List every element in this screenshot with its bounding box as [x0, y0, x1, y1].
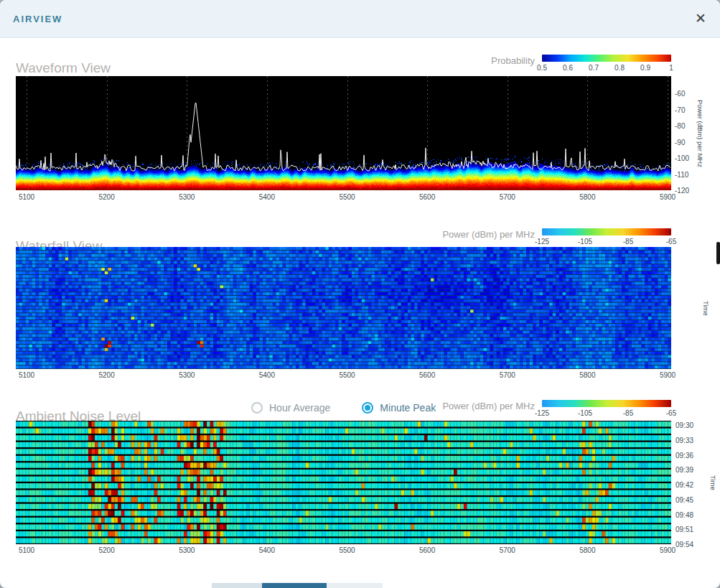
axis-tick: 0.9	[640, 64, 650, 72]
close-icon[interactable]: ✕	[690, 8, 711, 29]
waveform-y-axis: -60-70-80-90-100-110-120	[673, 76, 698, 190]
axis-tick: -70	[675, 106, 685, 113]
radio-hour-average[interactable]: Hour Average	[251, 402, 330, 414]
axis-tick: 5300	[179, 371, 195, 379]
bottom-fragment-left	[212, 583, 262, 588]
axis-tick: -105	[578, 409, 592, 417]
axis-tick: -105	[578, 238, 592, 246]
radio-hour-average-label: Hour Average	[269, 402, 330, 414]
axis-tick: 5700	[500, 371, 515, 379]
axis-tick: -80	[675, 122, 685, 130]
axis-tick: -110	[675, 170, 688, 178]
probability-legend-label: Probability	[391, 55, 535, 66]
probability-gradient-bar	[542, 55, 671, 62]
axis-tick: 5400	[259, 371, 275, 379]
axis-tick: 5100	[19, 546, 34, 554]
axis-tick: 5200	[99, 193, 115, 201]
probability-legend-ticks: 0.50.60.70.80.91	[542, 64, 671, 73]
ambient-noise-heatmap	[16, 421, 671, 544]
radio-selected-icon	[362, 402, 373, 414]
dialog-header: AIRVIEW ✕	[0, 0, 720, 38]
axis-tick: 5400	[259, 193, 275, 201]
axis-tick: 5800	[579, 193, 595, 201]
ambient-x-axis: 510052005300540055005600570058005900	[16, 546, 671, 556]
axis-tick: 5100	[19, 371, 34, 379]
waterfall-heatmap	[16, 247, 671, 369]
axis-tick: -85	[623, 409, 633, 417]
ambient-y-axis-label: Time	[708, 421, 718, 544]
axis-tick: 5200	[99, 371, 115, 379]
axis-tick: -90	[675, 138, 685, 146]
bottom-tab-indicator	[212, 583, 383, 588]
axis-tick: 5500	[339, 546, 355, 554]
axis-tick: -125	[535, 409, 549, 417]
axis-tick: 5500	[339, 371, 355, 379]
ambient-power-legend-label: Power (dBm) per MHz	[391, 401, 535, 411]
axis-tick: 1	[669, 64, 673, 72]
waveform-y-axis-label: Power (dBm) per MHz	[695, 76, 705, 190]
waterfall-y-axis-label: Time	[701, 247, 711, 369]
axis-tick: 09:42	[675, 481, 693, 489]
power-legend-label: Power (dBm) per MHz	[391, 229, 535, 240]
axis-tick: 09:54	[675, 541, 693, 549]
axis-tick: 5900	[660, 193, 675, 201]
axis-tick: 5300	[179, 193, 195, 201]
axis-tick: 0.5	[537, 64, 547, 72]
axis-tick: 5300	[179, 546, 195, 554]
ambient-time-axis: 09:3009:3309:3609:3909:4209:4509:4809:51…	[675, 421, 701, 544]
axis-tick: 09:45	[675, 495, 693, 503]
axis-tick: 09:30	[675, 421, 693, 429]
axis-tick: 5600	[419, 546, 435, 554]
dialog-title: AIRVIEW	[13, 14, 62, 24]
axis-tick: -100	[675, 154, 689, 162]
ambient-power-gradient-bar	[542, 400, 671, 407]
axis-tick: 5200	[99, 546, 115, 554]
axis-tick: 5900	[660, 546, 675, 554]
waveform-title: Waveform View	[16, 60, 111, 76]
axis-tick: -65	[666, 238, 676, 246]
axis-tick: -65	[666, 409, 676, 417]
axis-tick: 09:33	[675, 436, 693, 444]
axis-tick: 0.8	[614, 64, 625, 72]
axis-tick: 5800	[579, 371, 595, 379]
axis-tick: 5500	[339, 193, 355, 201]
axis-tick: 0.7	[589, 64, 599, 72]
axis-tick: 09:39	[675, 466, 693, 474]
axis-tick: -60	[675, 90, 685, 98]
axis-tick: 09:51	[675, 526, 693, 533]
bottom-fragment-active	[262, 583, 327, 588]
axis-tick: 5600	[419, 371, 435, 379]
axis-tick: 09:48	[675, 510, 693, 518]
axis-tick: 5800	[579, 546, 595, 554]
axis-tick: 5100	[19, 193, 34, 201]
axis-tick: 09:36	[675, 451, 693, 459]
waterfall-x-axis: 510052005300540055005600570058005900	[16, 371, 671, 381]
axis-tick: 5700	[500, 546, 515, 554]
scrollbar-thumb[interactable]	[716, 242, 720, 264]
axis-tick: 5400	[259, 546, 275, 554]
axis-tick: -85	[623, 238, 633, 246]
axis-tick: 5600	[419, 193, 435, 201]
axis-tick: 5700	[500, 193, 515, 201]
axis-tick: -120	[675, 187, 689, 195]
power-legend-ticks: -125-105-85-65	[542, 238, 671, 246]
waveform-chart	[16, 76, 671, 190]
airview-dialog: AIRVIEW ✕ Waveform View Probability 0.50…	[0, 0, 720, 588]
power-gradient-bar	[542, 228, 671, 235]
bottom-fragment-right	[327, 583, 383, 588]
axis-tick: 0.6	[563, 64, 573, 72]
ambient-power-legend-ticks: -125-105-85-65	[542, 409, 671, 418]
axis-tick: 5900	[660, 371, 675, 379]
radio-unselected-icon	[251, 402, 263, 414]
axis-tick: -125	[535, 238, 549, 246]
waveform-x-axis: 510052005300540055005600570058005900	[16, 193, 671, 203]
